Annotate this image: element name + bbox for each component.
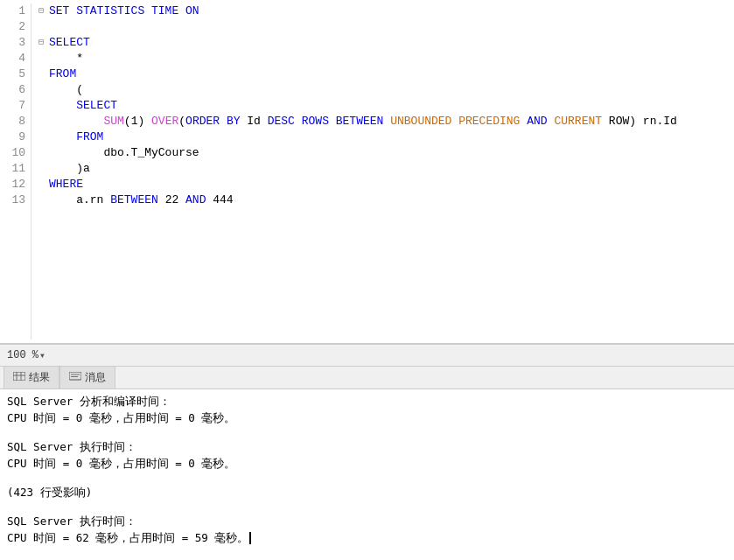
code-token <box>520 114 527 130</box>
line-number-5: 5 <box>5 66 25 82</box>
code-token: DESC <box>268 114 295 130</box>
code-token: FROM <box>49 66 76 82</box>
code-line-7: SELECT <box>38 98 727 114</box>
code-token: WHERE <box>49 177 83 192</box>
code-line-5: FROM <box>38 66 727 82</box>
code-token: OVER <box>151 114 178 130</box>
code-line-6: ( <box>38 82 727 98</box>
line-number-13: 13 <box>5 192 25 208</box>
code-token: dbo.T_MyCourse <box>49 145 199 161</box>
code-token: a.rn <box>49 192 110 208</box>
code-token: CURRENT <box>554 114 602 130</box>
code-line-2 <box>38 19 727 35</box>
tab-结果[interactable]: 结果 <box>3 366 59 388</box>
fold-spacer-5 <box>38 66 49 82</box>
line-number-8: 8 <box>5 114 25 130</box>
table-svg <box>13 372 25 381</box>
fold-spacer-13 <box>38 192 49 208</box>
result-line-3: SQL Server 执行时间： <box>7 438 727 455</box>
table-icon <box>13 372 25 384</box>
code-token: (1) <box>124 114 151 130</box>
fold-spacer-12 <box>38 177 49 192</box>
line-number-4: 4 <box>5 51 25 66</box>
fold-spacer-11 <box>38 161 49 177</box>
code-token <box>49 114 103 130</box>
code-token: BETWEEN <box>110 192 158 208</box>
zoom-dropdown[interactable]: 100 % ▼ <box>7 349 45 361</box>
result-line-4: CPU 时间 = 0 毫秒，占用时间 = 0 毫秒。 <box>7 455 727 472</box>
fold-spacer-7 <box>38 98 49 114</box>
code-line-9: FROM <box>38 130 727 145</box>
code-lines[interactable]: ⊟SET STATISTICS TIME ON ⊟SELECT * FROM (… <box>31 4 734 340</box>
code-token: 444 <box>206 192 233 208</box>
code-token: )a <box>49 161 90 177</box>
line-number-1: 1 <box>5 4 25 19</box>
result-line-2 <box>7 426 727 438</box>
code-line-3: ⊟SELECT <box>38 35 727 51</box>
code-token <box>295 114 302 130</box>
code-token: SET STATISTICS TIME ON <box>49 4 199 19</box>
code-token <box>383 114 390 130</box>
svg-rect-0 <box>13 372 25 381</box>
code-line-10: dbo.T_MyCourse <box>38 145 727 161</box>
zoom-bar: 100 % ▼ <box>0 344 734 367</box>
tab-消息[interactable]: 消息 <box>59 366 115 388</box>
result-line-6: (423 行受影响) <box>7 484 727 500</box>
result-line-9: CPU 时间 = 62 毫秒，占用时间 = 59 毫秒。 <box>7 529 727 546</box>
code-token: UNBOUNDED PRECEDING <box>390 114 520 130</box>
fold-spacer-9 <box>38 130 49 145</box>
code-token: SELECT <box>49 98 117 114</box>
fold-icon-3[interactable]: ⊟ <box>38 35 49 51</box>
code-token: Id <box>241 114 268 130</box>
code-token: * <box>49 51 83 66</box>
tab-label-1: 消息 <box>85 370 106 385</box>
fold-icon-1[interactable]: ⊟ <box>38 4 49 19</box>
line-number-3: 3 <box>5 35 25 51</box>
line-number-7: 7 <box>5 98 25 114</box>
code-line-11: )a <box>38 161 727 177</box>
code-container: 12345678910111213 ⊟SET STATISTICS TIME O… <box>0 0 734 343</box>
editor-area: 12345678910111213 ⊟SET STATISTICS TIME O… <box>0 0 734 344</box>
code-token: 22 <box>158 192 185 208</box>
line-numbers: 12345678910111213 <box>0 4 31 340</box>
line-number-9: 9 <box>5 130 25 145</box>
code-line-12: WHERE <box>38 177 727 192</box>
line-number-12: 12 <box>5 177 25 192</box>
code-token: SELECT <box>49 35 90 51</box>
code-line-8: SUM(1) OVER(ORDER BY Id DESC ROWS BETWEE… <box>38 114 727 130</box>
line-number-2: 2 <box>5 19 25 35</box>
code-token: FROM <box>49 130 103 145</box>
line-number-11: 11 <box>5 161 25 177</box>
fold-spacer-8 <box>38 114 49 130</box>
line-number-10: 10 <box>5 145 25 161</box>
line-number-6: 6 <box>5 82 25 98</box>
results-panel: SQL Server 分析和编译时间： CPU 时间 = 0 毫秒，占用时间 =… <box>0 389 734 560</box>
message-svg <box>69 372 81 381</box>
code-line-4: * <box>38 51 727 66</box>
result-line-1: CPU 时间 = 0 毫秒，占用时间 = 0 毫秒。 <box>7 410 727 426</box>
fold-spacer-6 <box>38 82 49 98</box>
code-token: ( <box>178 114 185 130</box>
result-line-7 <box>7 500 727 513</box>
tab-label-0: 结果 <box>29 370 50 385</box>
code-token: AND <box>527 114 547 130</box>
code-token: ORDER BY <box>185 114 240 130</box>
result-text-9: CPU 时间 = 62 毫秒，占用时间 = 59 毫秒。 <box>7 529 248 546</box>
result-line-5 <box>7 472 727 484</box>
fold-spacer-2 <box>38 19 49 35</box>
zoom-value: 100 % <box>7 349 38 361</box>
tabs-area: 结果 消息 <box>0 367 734 389</box>
code-token: ROWS BETWEEN <box>302 114 384 130</box>
result-line-0: SQL Server 分析和编译时间： <box>7 393 727 410</box>
fold-spacer-4 <box>38 51 49 66</box>
zoom-dropdown-arrow: ▼ <box>40 352 45 360</box>
code-line-13: a.rn BETWEEN 22 AND 444 <box>38 192 727 208</box>
code-token: SUM <box>103 114 123 130</box>
code-token: ( <box>49 82 83 98</box>
text-cursor <box>249 532 251 544</box>
code-token <box>548 114 555 130</box>
code-token: AND <box>185 192 206 208</box>
code-line-1: ⊟SET STATISTICS TIME ON <box>38 4 727 19</box>
message-icon <box>69 372 81 384</box>
svg-rect-4 <box>69 372 81 380</box>
